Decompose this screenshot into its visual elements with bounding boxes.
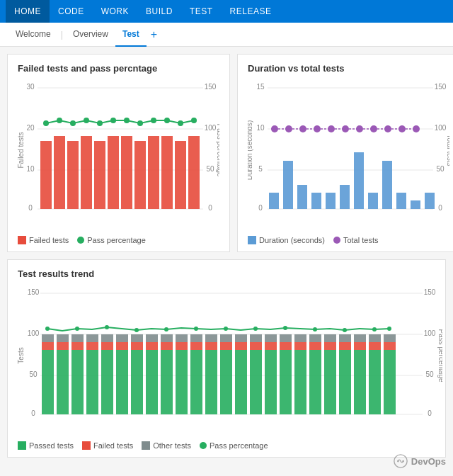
svg-point-36 [178, 120, 183, 126]
svg-rect-101 [86, 334, 98, 342]
nav-test[interactable]: TEST [181, 0, 222, 23]
svg-rect-107 [116, 334, 128, 342]
svg-rect-110 [131, 334, 143, 342]
svg-rect-139 [280, 342, 292, 350]
svg-text:50: 50 [206, 165, 214, 173]
svg-text:0: 0 [31, 409, 35, 417]
chart1-pass-label: Pass percentage [87, 236, 146, 244]
charts-row-1: Failed tests and pass percntage 30 20 10… [7, 54, 446, 252]
nav-code[interactable]: CODE [50, 0, 93, 23]
svg-rect-95 [57, 334, 69, 342]
svg-rect-116 [161, 334, 173, 342]
svg-rect-127 [220, 342, 232, 350]
svg-rect-150 [339, 350, 351, 414]
svg-rect-25 [188, 136, 200, 209]
svg-rect-156 [369, 350, 381, 414]
svg-rect-75 [425, 193, 435, 209]
svg-rect-160 [384, 342, 396, 350]
svg-text:10: 10 [256, 124, 265, 132]
subnav-welcome[interactable]: Welcome [8, 23, 58, 47]
svg-rect-132 [250, 350, 262, 414]
svg-text:100: 100 [424, 329, 436, 337]
svg-rect-159 [384, 350, 396, 414]
svg-point-29 [84, 118, 89, 123]
chart2-legend: Duration (seconds) Total tests [248, 236, 449, 244]
svg-rect-14 [40, 141, 52, 209]
svg-point-166 [164, 327, 168, 332]
svg-rect-122 [190, 334, 202, 342]
svg-text:Total tests: Total tests [446, 134, 449, 166]
svg-rect-141 [294, 350, 306, 414]
svg-rect-17 [81, 136, 92, 209]
svg-rect-23 [161, 136, 173, 209]
svg-text:Failed tests: Failed tests [18, 132, 25, 168]
nav-work[interactable]: WORK [93, 0, 137, 23]
svg-text:Pass percentage: Pass percentage [437, 329, 442, 382]
chart1-failed-icon [18, 236, 26, 244]
svg-rect-119 [176, 334, 188, 342]
svg-point-28 [70, 120, 76, 126]
svg-text:0: 0 [438, 204, 442, 212]
chart2-total-label: Total tests [343, 236, 379, 244]
chart3-legend-pass-pct: Pass percentage [200, 441, 268, 450]
svg-rect-120 [190, 350, 202, 414]
chart1-title: Failed tests and pass percntage [18, 63, 219, 74]
subnav-test[interactable]: Test [115, 23, 147, 47]
svg-rect-105 [116, 350, 128, 414]
svg-point-165 [134, 328, 139, 332]
svg-rect-91 [42, 342, 54, 350]
nav-home[interactable]: HOME [6, 0, 50, 23]
svg-rect-124 [205, 342, 217, 350]
svg-rect-93 [57, 350, 69, 414]
svg-rect-72 [382, 161, 392, 209]
svg-rect-96 [71, 350, 84, 414]
svg-rect-148 [324, 342, 336, 350]
svg-rect-111 [146, 350, 158, 414]
subnav-overview[interactable]: Overview [66, 23, 115, 47]
svg-text:Tests: Tests [18, 347, 25, 363]
nav-build[interactable]: BUILD [137, 0, 181, 23]
svg-rect-74 [411, 200, 420, 209]
chart3-svg: 150 100 50 0 Tests 150 100 50 0 Pass per… [18, 285, 442, 434]
svg-rect-15 [54, 136, 65, 209]
svg-point-174 [387, 327, 391, 331]
svg-rect-18 [94, 141, 105, 209]
svg-rect-71 [368, 193, 378, 209]
chart2-svg: 15 10 5 0 Duration (seconds) 150 100 50 … [248, 79, 449, 228]
svg-point-172 [343, 328, 347, 332]
svg-point-169 [253, 327, 258, 331]
svg-rect-146 [309, 334, 321, 342]
svg-point-26 [43, 120, 49, 126]
chart2-duration-label: Duration (seconds) [259, 236, 325, 244]
chart1-area: 30 20 10 0 Failed tests 150 100 50 0 Pas… [18, 79, 219, 230]
chart1-legend-failed: Failed tests [18, 236, 69, 244]
svg-rect-22 [148, 136, 159, 209]
svg-rect-100 [86, 342, 98, 350]
svg-rect-97 [71, 342, 84, 350]
chart3-other-icon [142, 441, 150, 450]
svg-rect-129 [235, 350, 247, 414]
svg-text:50: 50 [29, 370, 38, 378]
svg-point-34 [151, 118, 156, 123]
svg-rect-21 [134, 141, 146, 209]
svg-point-35 [164, 118, 170, 123]
svg-rect-67 [311, 193, 321, 209]
svg-rect-128 [220, 334, 232, 342]
subnav-add-button[interactable]: + [147, 28, 161, 41]
svg-rect-64 [269, 193, 279, 209]
svg-rect-109 [131, 342, 143, 350]
svg-rect-121 [190, 342, 202, 350]
chart3-legend-passed: Passed tests [18, 441, 74, 450]
nav-release[interactable]: RELEASE [222, 0, 280, 23]
svg-rect-126 [220, 350, 232, 414]
svg-text:5: 5 [258, 165, 263, 173]
svg-rect-118 [176, 342, 188, 350]
svg-rect-70 [354, 152, 364, 209]
svg-point-168 [224, 327, 228, 331]
svg-text:Duration (seconds): Duration (seconds) [248, 120, 253, 180]
svg-text:15: 15 [256, 83, 265, 91]
svg-rect-143 [294, 334, 306, 342]
svg-rect-24 [175, 141, 186, 209]
svg-rect-131 [235, 334, 247, 342]
svg-text:150: 150 [435, 83, 447, 91]
